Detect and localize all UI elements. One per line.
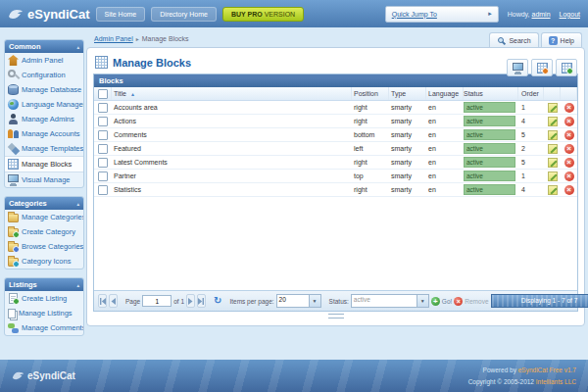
sidebar-section-title: Listings: [9, 280, 37, 289]
folder-image-icon: [8, 258, 19, 267]
cell-type: smarty: [389, 172, 426, 179]
sidebar-item-create-listing[interactable]: Create Listing: [5, 291, 83, 306]
sidebar-item-label: Manage Database: [22, 85, 81, 94]
edit-icon[interactable]: [548, 185, 558, 195]
top-tabs: Search ?Help: [489, 32, 582, 47]
items-per-page-select[interactable]: 20 ▼: [276, 294, 321, 308]
status-filter-label: Status:: [329, 298, 349, 305]
sidebar-item-manage-listings[interactable]: Manage Listings: [5, 306, 83, 320]
sidebar-item-language-manager[interactable]: Language Manager: [5, 97, 83, 112]
collapse-arrow-icon[interactable]: ▴: [76, 44, 79, 50]
help-button[interactable]: ?Help: [541, 32, 582, 47]
row-checkbox[interactable]: [98, 103, 108, 113]
row-checkbox[interactable]: [98, 117, 108, 126]
delete-icon[interactable]: [564, 103, 574, 113]
sidebar-item-label: Manage Blocks: [22, 160, 72, 169]
table-row-actions: Actionsrightsmartyenactive4: [94, 115, 577, 128]
edit-icon[interactable]: [548, 103, 558, 113]
page-label: Page: [125, 298, 140, 305]
sort-asc-icon: ▲: [130, 91, 135, 97]
row-checkbox[interactable]: [98, 172, 108, 181]
sidebar-item-manage-admins[interactable]: Manage Admins: [5, 112, 83, 126]
buy-pro-strong: BUY PRO: [231, 11, 263, 18]
last-page-button[interactable]: [197, 294, 206, 308]
delete-icon[interactable]: [564, 117, 574, 126]
nav-directory-home[interactable]: Directory Home: [151, 7, 217, 22]
sidebar-item-visual-manage[interactable]: Visual Manage: [5, 172, 83, 187]
sidebar-item-manage-categories[interactable]: Manage Categories: [5, 210, 83, 224]
cell-edit: [544, 130, 561, 140]
footer-logo-text: eSyndiCat: [27, 370, 75, 381]
remove-icon: ×: [454, 297, 463, 306]
sidebar-item-manage-templates[interactable]: Manage Templates: [5, 141, 83, 156]
folder-add-icon: [8, 228, 19, 237]
visual-manage-button[interactable]: [507, 59, 528, 76]
row-checkbox[interactable]: [98, 158, 108, 168]
first-page-button[interactable]: [98, 294, 107, 308]
column-type[interactable]: Type: [389, 87, 426, 100]
row-checkbox[interactable]: [98, 144, 108, 154]
column-title[interactable]: Title▲: [112, 87, 352, 100]
sidebar-item-label: Manage Accounts: [22, 129, 80, 138]
copyright-link[interactable]: Intelliants LLC: [536, 378, 576, 385]
quick-jump-dropdown[interactable]: Quick Jump To ▸: [385, 6, 499, 23]
powered-by-link[interactable]: eSyndiCat Free v1.7: [518, 367, 576, 373]
cell-type: smarty: [389, 118, 426, 124]
edit-icon[interactable]: [548, 144, 558, 154]
cell-language: en: [426, 172, 464, 179]
edit-icon[interactable]: [548, 158, 558, 168]
table-header-row: Title▲ Position Type Language Status Ord…: [94, 87, 577, 101]
breadcrumb-admin-panel[interactable]: Admin Panel: [94, 35, 133, 42]
cell-title: Statistics: [112, 186, 352, 193]
sidebar-item-manage-accounts[interactable]: Manage Accounts: [5, 126, 83, 141]
resize-grip[interactable]: [328, 314, 344, 318]
sidebar-item-manage-database[interactable]: Manage Database: [5, 82, 83, 97]
row-checkbox[interactable]: [98, 185, 108, 195]
delete-icon[interactable]: [564, 185, 574, 195]
sidebar-item-manage-comments[interactable]: Manage Comments: [5, 320, 83, 335]
edit-icon[interactable]: [548, 172, 558, 181]
go-button[interactable]: Go!: [442, 298, 452, 305]
cell-edit: [544, 103, 561, 113]
column-language[interactable]: Language: [426, 87, 464, 100]
refresh-icon[interactable]: ↻: [214, 296, 221, 306]
column-position[interactable]: Position: [352, 87, 389, 100]
prev-page-button[interactable]: [109, 294, 118, 308]
sidebar-item-category-icons[interactable]: Category Icons: [5, 254, 83, 269]
sidebar-item-create-category[interactable]: Create Category: [5, 224, 83, 239]
manage-blocks-button[interactable]: [531, 59, 553, 76]
status-filter-value: active: [352, 295, 416, 307]
collapse-arrow-icon[interactable]: ▴: [76, 201, 79, 207]
select-all-checkbox[interactable]: [98, 89, 108, 99]
sidebar-item-manage-blocks[interactable]: Manage Blocks: [5, 156, 83, 172]
delete-icon[interactable]: [564, 130, 574, 140]
sidebar-item-configuration[interactable]: Configuration: [5, 68, 83, 82]
delete-icon[interactable]: [564, 172, 574, 181]
page-input[interactable]: [142, 295, 172, 307]
next-page-button[interactable]: [186, 294, 195, 308]
logout-link[interactable]: Logout: [560, 11, 580, 18]
nav-site-home[interactable]: Site Home: [96, 7, 146, 22]
buy-pro-button[interactable]: BUY PRO VERSION: [222, 7, 304, 22]
sidebar-item-browse-categories[interactable]: Browse Categories: [5, 239, 83, 254]
copyright-label: Copyright © 2005-2012: [468, 378, 534, 385]
status-badge: active: [464, 184, 515, 195]
collapse-arrow-icon[interactable]: ▴: [76, 282, 79, 288]
sidebar-section-header-listings[interactable]: Listings▴: [5, 278, 83, 291]
sidebar-item-admin-panel[interactable]: Admin Panel: [5, 53, 83, 68]
delete-icon[interactable]: [564, 158, 574, 168]
edit-icon[interactable]: [548, 117, 558, 126]
sidebar-section-header-common[interactable]: Common▴: [5, 40, 83, 53]
edit-icon[interactable]: [548, 130, 558, 140]
add-block-button[interactable]: [556, 59, 577, 76]
sidebar-section-header-categories[interactable]: Categories▴: [5, 197, 83, 210]
remove-button[interactable]: Remove: [465, 298, 488, 305]
column-status[interactable]: Status: [464, 87, 518, 100]
username-link[interactable]: admin: [532, 11, 551, 18]
column-order[interactable]: Order: [518, 87, 544, 100]
cell-title: Actions: [112, 118, 352, 124]
delete-icon[interactable]: [564, 144, 574, 154]
search-button[interactable]: Search: [489, 32, 538, 47]
row-checkbox[interactable]: [98, 130, 108, 140]
status-filter-select[interactable]: active ▼: [351, 294, 429, 308]
